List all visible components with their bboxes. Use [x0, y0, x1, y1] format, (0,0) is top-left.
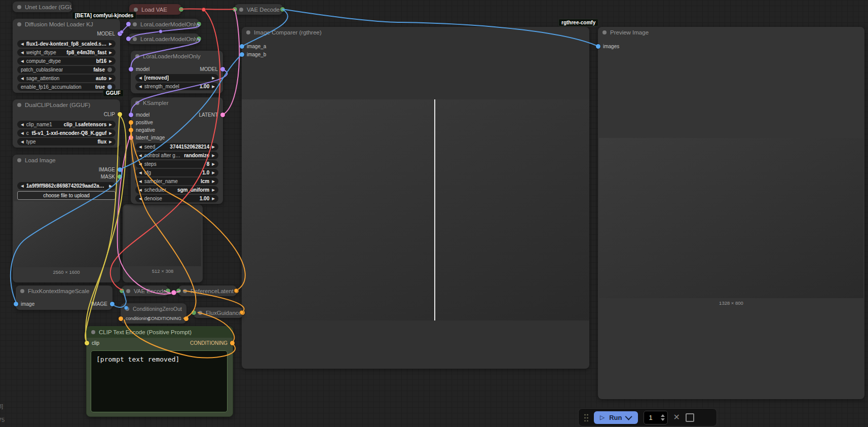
combo-prev-icon[interactable]: ◀: [21, 184, 24, 188]
node-preview-image[interactable]: Preview Image images 1328 × 800: [598, 27, 864, 399]
widget-clip-name2[interactable]: ◀ clip_n ... t5-v1_1-xxl-encoder-Q8_K.gg…: [17, 129, 116, 137]
combo-next-icon[interactable]: ▶: [109, 77, 112, 81]
combo-next-icon[interactable]: ▶: [212, 154, 215, 158]
combo-prev-icon[interactable]: ◀: [139, 180, 142, 184]
widget-sampler-name[interactable]: ◀ sampler_name lcm ▶: [135, 177, 218, 185]
stop-icon[interactable]: [686, 413, 694, 422]
combo-prev-icon[interactable]: ◀: [21, 131, 24, 135]
collapse-dot-icon[interactable]: [133, 37, 137, 41]
node-load-image[interactable]: Load Image IMAGE MASK ◀ 1a9f9ff9862c8698…: [13, 155, 120, 282]
node-conditioning-zero-out[interactable]: ConditioningZeroOut conditioning CONDITI…: [121, 303, 186, 324]
widget-compute-dtype[interactable]: ◀ compute_dtype bf16 ▶: [17, 57, 116, 65]
mask-output-port[interactable]: MASK: [101, 174, 122, 180]
combo-prev-icon[interactable]: ◀: [139, 162, 142, 166]
toggle-on-icon[interactable]: [107, 85, 112, 89]
model-input-port[interactable]: model: [129, 66, 149, 72]
choose-file-button[interactable]: choose file to upload: [17, 191, 116, 200]
node-unet-loader[interactable]: Unet Loader (GGUF): [13, 2, 72, 12]
collapse-dot-icon[interactable]: [239, 8, 243, 12]
combo-prev-icon[interactable]: ◀: [139, 145, 142, 149]
node-sampled-preview[interactable]: 512 × 308: [123, 204, 203, 282]
run-button[interactable]: ▷ Run: [594, 411, 638, 424]
combo-prev-icon[interactable]: ◀: [139, 197, 142, 201]
images-input-port[interactable]: images: [596, 44, 619, 49]
batch-count-input[interactable]: 1: [644, 411, 668, 424]
collapse-dot-icon[interactable]: [602, 30, 607, 34]
model-input-port[interactable]: model: [129, 112, 149, 118]
combo-prev-icon[interactable]: ◀: [21, 77, 24, 81]
clip-output-port[interactable]: CLIP: [104, 112, 122, 117]
model-output-port[interactable]: [197, 22, 201, 26]
pixels-input-port[interactable]: [120, 289, 124, 293]
collapse-dot-icon[interactable]: [20, 289, 24, 293]
combo-next-icon[interactable]: ▶: [109, 123, 112, 127]
widget-scheduler[interactable]: ◀ scheduler sgm_uniform ▶: [135, 186, 218, 194]
latent-image-input-port[interactable]: latent_image: [129, 135, 165, 140]
model-input-port[interactable]: [126, 22, 131, 26]
widget-seed[interactable]: ◀ seed 37441520628214 ▶: [135, 143, 218, 151]
image-output-port[interactable]: IMAGE: [99, 167, 122, 172]
node-ksampler[interactable]: KSampler LATENT model positive negative …: [131, 97, 223, 204]
queue-toolbar[interactable]: ▷ Run 1 ✕: [578, 408, 717, 426]
combo-prev-icon[interactable]: ◀: [139, 188, 142, 192]
image-output-port[interactable]: [280, 7, 285, 12]
combo-next-icon[interactable]: ▶: [109, 131, 112, 135]
conditioning-input-port[interactable]: conditioning: [119, 316, 150, 321]
combo-next-icon[interactable]: ▶: [109, 59, 112, 63]
latent-output-port[interactable]: LATENT: [199, 112, 225, 118]
combo-next-icon[interactable]: ▶: [212, 162, 215, 166]
node-clip-text-encode[interactable]: CLIP Text Encode (Positive Prompt) clip …: [86, 326, 233, 417]
collapse-dot-icon[interactable]: [125, 307, 129, 311]
combo-prev-icon[interactable]: ◀: [21, 123, 24, 127]
image-input-port[interactable]: image: [14, 301, 34, 307]
node-reference-latent[interactable]: ReferenceLatent: [178, 286, 237, 296]
combo-prev-icon[interactable]: ◀: [21, 59, 24, 63]
widget-enable-fp16-accumulation[interactable]: enable_fp16_accumulation true: [17, 83, 116, 91]
collapse-dot-icon[interactable]: [198, 311, 202, 315]
image-b-input-port[interactable]: image_b: [240, 52, 266, 57]
latent-input-port[interactable]: [176, 289, 181, 293]
combo-prev-icon[interactable]: ◀: [21, 51, 24, 55]
combo-next-icon[interactable]: ▶: [109, 51, 112, 55]
collapse-dot-icon[interactable]: [183, 289, 187, 293]
clip-input-port[interactable]: clip: [85, 340, 99, 346]
collapse-dot-icon[interactable]: [17, 5, 21, 9]
widget-denoise[interactable]: ◀ denoise 1.00 ▶: [135, 195, 218, 202]
widget-patch-cublaslinear[interactable]: patch_cublaslinear false: [17, 66, 116, 74]
comparer-slider-handle[interactable]: [434, 99, 435, 321]
decrement-icon[interactable]: [661, 418, 665, 421]
combo-prev-icon[interactable]: ◀: [139, 171, 142, 175]
combo-next-icon[interactable]: ▶: [212, 76, 215, 80]
combo-next-icon[interactable]: ▶: [212, 180, 215, 184]
widget-strength-model[interactable]: ◀ strength_model 1.00 ▶: [135, 83, 218, 90]
positive-input-port[interactable]: positive: [129, 120, 153, 125]
combo-prev-icon[interactable]: ◀: [21, 42, 24, 46]
collapse-dot-icon[interactable]: [91, 330, 95, 334]
widget-steps[interactable]: ◀ steps 8 ▶: [135, 160, 218, 168]
widget-control-after-generate[interactable]: ◀ control after generate randomize ▶: [135, 152, 218, 159]
combo-next-icon[interactable]: ▶: [212, 188, 215, 192]
latent-output-port[interactable]: [166, 289, 170, 293]
increment-icon[interactable]: [661, 414, 665, 417]
widget-lora-name[interactable]: ◀ [removed] ▶: [135, 74, 218, 82]
toolbar-drag-handle-icon[interactable]: [584, 413, 588, 421]
node-dual-clip-loader[interactable]: DualCLIPLoader (GGUF) CLIP ◀ clip_name1 …: [13, 99, 120, 148]
vae-output-port[interactable]: [179, 7, 183, 12]
combo-prev-icon[interactable]: ◀: [21, 140, 24, 144]
widget-image-filename[interactable]: ◀ 1a9f9ff9862c8698742029aad2a73eb1... ▶: [17, 182, 116, 190]
collapse-dot-icon[interactable]: [133, 22, 137, 26]
collapse-dot-icon[interactable]: [17, 22, 21, 26]
conditioning-output-port[interactable]: CONDITIONING: [190, 340, 235, 346]
combo-next-icon[interactable]: ▶: [212, 197, 215, 201]
node-flux-guidance[interactable]: FluxGuidance: [194, 307, 243, 318]
model-input-port[interactable]: [126, 37, 131, 41]
combo-next-icon[interactable]: ▶: [212, 145, 215, 149]
samples-input-port[interactable]: [233, 7, 237, 12]
model-output-port[interactable]: MODEL: [97, 31, 122, 37]
combo-next-icon[interactable]: ▶: [109, 184, 112, 188]
model-output-port[interactable]: MODEL: [200, 66, 225, 72]
conditioning-output-port[interactable]: CONDITIONING: [148, 316, 189, 321]
combo-next-icon[interactable]: ▶: [212, 85, 215, 89]
combo-next-icon[interactable]: ▶: [109, 42, 112, 46]
collapse-dot-icon[interactable]: [135, 54, 139, 58]
